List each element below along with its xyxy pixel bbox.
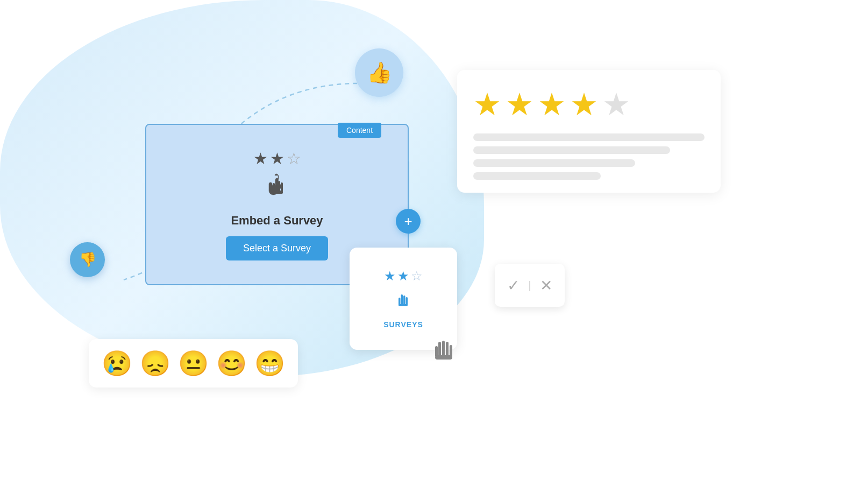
check-x-card: ✓ | ✕ bbox=[495, 264, 565, 307]
svg-rect-15 bbox=[435, 355, 452, 360]
rating-line-1 bbox=[473, 133, 705, 141]
big-star-rating: ★ ★ ★ ★ ★ bbox=[473, 86, 705, 123]
svg-rect-12 bbox=[442, 341, 445, 357]
embed-stars: ★ ★ ☆ bbox=[253, 149, 301, 168]
embed-survey-title: Embed a Survey bbox=[231, 214, 323, 228]
big-star-5-empty: ★ bbox=[602, 86, 630, 123]
rating-line-4 bbox=[473, 172, 601, 180]
select-survey-button[interactable]: Select a Survey bbox=[226, 236, 328, 260]
thumbs-down-icon: 👎 bbox=[79, 251, 96, 268]
star-2: ★ bbox=[270, 149, 284, 168]
thumbs-up-bubble: 👍 bbox=[355, 48, 403, 97]
add-content-button[interactable]: + bbox=[396, 209, 421, 234]
thumbs-down-bubble: 👎 bbox=[70, 242, 105, 277]
surveys-star-1: ★ bbox=[384, 269, 396, 284]
svg-rect-4 bbox=[273, 191, 283, 194]
surveys-star-2: ★ bbox=[397, 269, 409, 284]
check-mark-icon: ✓ bbox=[507, 277, 520, 294]
main-scene: 👍 👎 ★ ★ ☆ E bbox=[0, 0, 868, 486]
svg-rect-5 bbox=[399, 298, 401, 305]
svg-rect-11 bbox=[438, 342, 441, 357]
svg-rect-6 bbox=[401, 294, 403, 305]
svg-rect-2 bbox=[278, 181, 280, 192]
svg-rect-9 bbox=[399, 304, 408, 306]
surveys-label: SURVEYS bbox=[383, 320, 423, 329]
big-star-1: ★ bbox=[473, 86, 501, 123]
rating-line-2 bbox=[473, 146, 670, 154]
hand-pointer-icon bbox=[265, 172, 289, 205]
svg-rect-8 bbox=[406, 297, 408, 305]
star-rating-card: ★ ★ ★ ★ ★ bbox=[457, 70, 721, 193]
big-star-4: ★ bbox=[570, 86, 598, 123]
svg-rect-3 bbox=[281, 182, 283, 192]
emoji-sad: 😞 bbox=[140, 349, 170, 378]
surveys-hand-icon bbox=[394, 288, 413, 316]
star-3-empty: ☆ bbox=[287, 149, 301, 168]
star-1: ★ bbox=[253, 149, 268, 168]
x-mark-icon: ✕ bbox=[540, 277, 552, 294]
svg-rect-1 bbox=[275, 180, 278, 192]
svg-rect-14 bbox=[450, 345, 452, 357]
svg-rect-13 bbox=[446, 342, 449, 357]
svg-rect-7 bbox=[403, 295, 405, 305]
emoji-happy: 😊 bbox=[216, 349, 247, 378]
rating-lines-container bbox=[473, 133, 705, 180]
rating-line-3 bbox=[473, 159, 635, 167]
emoji-neutral: 😐 bbox=[178, 349, 209, 378]
divider: | bbox=[528, 279, 531, 292]
emoji-crying: 😢 bbox=[102, 349, 132, 378]
emoji-rating-card: 😢 😞 😐 😊 😁 bbox=[89, 339, 298, 388]
big-star-3: ★ bbox=[538, 86, 566, 123]
thumbs-up-icon: 👍 bbox=[367, 61, 392, 84]
emoji-very-happy: 😁 bbox=[254, 349, 285, 378]
surveys-star-3-empty: ☆ bbox=[411, 269, 423, 284]
content-badge: Content bbox=[338, 123, 381, 138]
surveys-card-stars: ★ ★ ☆ bbox=[384, 269, 423, 284]
cursor-hand-icon bbox=[430, 333, 461, 371]
svg-rect-0 bbox=[273, 183, 275, 192]
big-star-2: ★ bbox=[506, 86, 533, 123]
